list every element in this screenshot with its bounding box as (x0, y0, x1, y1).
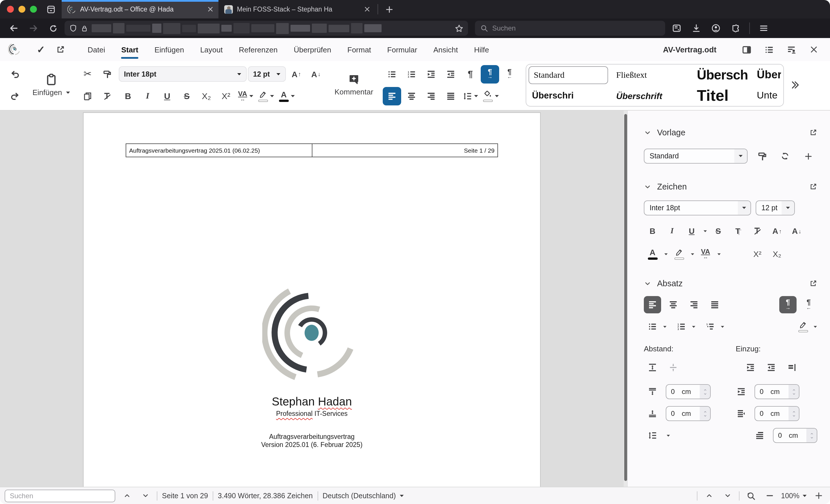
menu-layout[interactable]: Layout (192, 42, 231, 57)
formatting-marks-button[interactable]: ¶ (461, 65, 480, 83)
sidebar-font-size-combobox[interactable]: 12 pt (756, 200, 795, 215)
subscript-button[interactable]: X₂ (197, 87, 216, 105)
tab-foss-stack[interactable]: Mein FOSS-Stack – Stephan Ha (219, 0, 375, 19)
stepper[interactable] (789, 385, 799, 399)
menu-datei[interactable]: Datei (79, 42, 113, 57)
menu-ansicht[interactable]: Ansicht (425, 42, 466, 57)
stepper[interactable] (789, 407, 799, 421)
font-name-combobox[interactable]: Inter 18pt (119, 66, 247, 82)
refresh-style-button[interactable] (776, 147, 794, 165)
strikethrough-button[interactable]: S (709, 222, 727, 240)
clone-formatting-button[interactable] (98, 65, 117, 83)
stepper[interactable] (700, 385, 710, 399)
tab-av-vertrag[interactable]: AV-Vertrag.odt – Office @ Hada (62, 0, 219, 19)
extensions-icon[interactable] (727, 21, 743, 36)
zoom-level[interactable]: 100% (781, 492, 807, 500)
back-button[interactable] (6, 21, 22, 36)
bold-button[interactable]: B (644, 222, 661, 240)
search-previous-icon[interactable] (120, 489, 134, 502)
downloads-icon[interactable] (688, 21, 704, 36)
bullet-list-button[interactable] (383, 65, 401, 83)
menu-ueberpruefen[interactable]: Überprüfen (286, 42, 339, 57)
account-icon[interactable] (708, 21, 724, 36)
style-ueberschrift1[interactable]: Übersch (691, 64, 751, 86)
strikethrough-button[interactable]: S (178, 87, 196, 105)
menu-referenzen[interactable]: Referenzen (231, 42, 286, 57)
paragraph-spacing-button[interactable] (644, 359, 661, 376)
menu-hilfe[interactable]: Hilfe (466, 42, 497, 57)
document-canvas[interactable]: Auftragsverarbeitungsvertrag 2025.01 (06… (0, 110, 624, 487)
justify-button[interactable] (706, 296, 723, 313)
indent-before-field[interactable]: 0cm (755, 384, 799, 399)
highlight-color-button[interactable] (670, 245, 688, 263)
paragraph-rtl-button[interactable]: ¶← (800, 296, 817, 313)
space-above-field[interactable]: 0cm (666, 384, 711, 399)
style-fliesstext[interactable]: Fließtext (610, 64, 691, 86)
align-right-button[interactable] (422, 87, 440, 105)
tab-overview-icon[interactable] (46, 4, 56, 14)
close-document-icon[interactable] (809, 45, 819, 54)
clear-formatting-button[interactable] (749, 222, 766, 240)
toolbar-overflow-button[interactable] (790, 80, 799, 90)
bold-button[interactable]: B (119, 87, 137, 105)
align-left-button[interactable] (644, 296, 661, 313)
decrease-indent-button[interactable] (763, 359, 780, 376)
menu-hamburger-icon[interactable] (756, 21, 772, 36)
section-absatz-header[interactable]: Absatz (644, 279, 817, 288)
underline-button[interactable]: U (158, 87, 177, 105)
numbered-list-button[interactable] (673, 318, 690, 335)
style-ueberschrift3[interactable]: Überschrift (610, 86, 691, 106)
font-color-button[interactable]: A (277, 87, 297, 105)
section-vorlage-header[interactable]: Vorlage (644, 128, 817, 137)
style-titel[interactable]: Titel (691, 86, 751, 106)
chevron-down-icon[interactable] (664, 253, 668, 256)
numbered-list-button[interactable] (402, 65, 421, 83)
font-color-button[interactable]: A (644, 245, 661, 263)
paragraph-ltr-button[interactable]: ¶→ (481, 65, 499, 83)
undo-button[interactable] (6, 65, 24, 83)
document-scrollbar[interactable] (624, 110, 627, 487)
cut-button[interactable]: ✂ (78, 65, 97, 83)
increase-indent-button[interactable] (422, 65, 440, 83)
minimize-window-button[interactable] (19, 6, 25, 13)
comment-button[interactable]: Kommentar (327, 64, 380, 106)
style-untertitel[interactable]: Unte (751, 86, 781, 106)
paragraph-background-button[interactable] (794, 318, 811, 335)
indent-after-field[interactable]: 0cm (755, 406, 799, 421)
stepper[interactable] (806, 429, 817, 442)
first-line-indent-field[interactable]: 0cm (773, 428, 817, 443)
justify-button[interactable] (442, 87, 460, 105)
new-style-button[interactable] (799, 147, 817, 165)
space-below-field[interactable]: 0cm (666, 406, 711, 421)
bookmark-star-icon[interactable] (455, 24, 464, 33)
superscript-button[interactable]: X² (217, 87, 235, 105)
zoom-in-icon[interactable] (811, 489, 825, 502)
scroll-up-icon[interactable] (702, 489, 716, 502)
fullscreen-window-button[interactable] (30, 6, 37, 13)
style-ueberschrift2[interactable]: Überschri (526, 86, 610, 106)
chevron-down-icon[interactable] (644, 280, 651, 287)
align-right-button[interactable] (685, 296, 703, 313)
bullet-list-button[interactable] (644, 318, 661, 335)
section-zeichen-header[interactable]: Zeichen (644, 182, 817, 191)
subscript-button[interactable]: X₂ (768, 245, 786, 263)
tab-close-icon[interactable] (207, 6, 214, 13)
zoom-out-icon[interactable] (763, 489, 776, 502)
highlight-color-button[interactable] (256, 87, 276, 105)
chevron-down-icon[interactable] (721, 325, 725, 328)
forward-button[interactable] (25, 21, 41, 36)
line-spacing-button[interactable] (644, 427, 661, 444)
outline-list-button[interactable] (701, 318, 719, 335)
page-indicator[interactable]: Seite 1 von 29 (162, 492, 208, 500)
menu-format[interactable]: Format (339, 42, 379, 57)
font-size-combobox[interactable]: 12 pt (248, 66, 286, 82)
character-spacing-button[interactable]: VA↔ (697, 245, 714, 263)
chevron-down-icon[interactable] (692, 325, 696, 328)
address-bar[interactable] (65, 21, 468, 36)
user-list-icon[interactable] (787, 45, 797, 55)
grow-font-button[interactable]: A↑ (768, 222, 786, 240)
chevron-down-icon[interactable] (644, 129, 651, 136)
close-window-button[interactable] (7, 6, 14, 13)
shadow-button[interactable]: T (729, 222, 746, 240)
chevron-down-icon[interactable] (717, 253, 721, 256)
